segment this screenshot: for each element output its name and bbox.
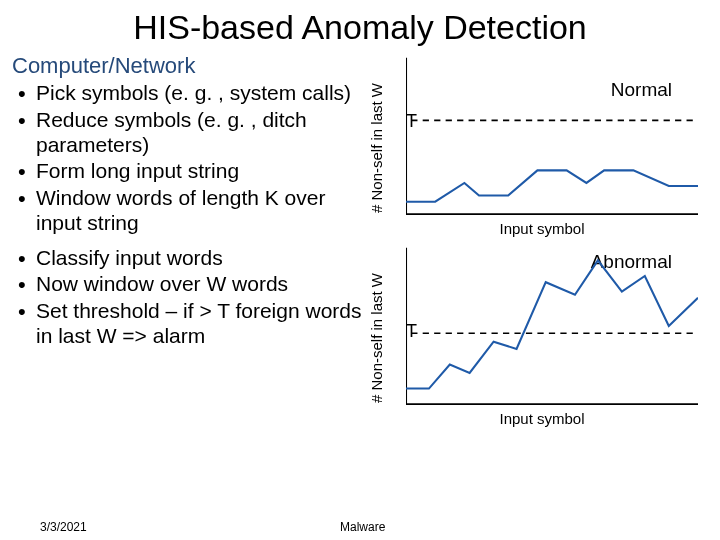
y-axis-label: # Non-self in last W <box>368 83 385 213</box>
right-column: # Non-self in last W Normal T Input symb… <box>382 53 702 433</box>
bullet-list-b: Classify input words Now window over W w… <box>12 246 376 349</box>
footer: 3/3/2021 Malware <box>40 520 720 534</box>
list-item: Form long input string <box>12 159 376 184</box>
y-axis-label: # Non-self in last W <box>368 273 385 403</box>
chart-svg <box>406 57 698 215</box>
bullet-list-a: Pick symbols (e. g. , system calls) Redu… <box>12 81 376 236</box>
left-column: Computer/Network Pick symbols (e. g. , s… <box>12 53 382 433</box>
content-row: Computer/Network Pick symbols (e. g. , s… <box>0 53 720 433</box>
x-axis-label: Input symbol <box>382 410 702 427</box>
chart-normal: # Non-self in last W Normal T Input symb… <box>382 53 702 243</box>
chart-abnormal: # Non-self in last W Abnormal T Input sy… <box>382 243 702 433</box>
x-axis-label: Input symbol <box>382 220 702 237</box>
plot-area <box>406 57 698 215</box>
footer-date: 3/3/2021 <box>40 520 340 534</box>
list-item: Set threshold – if > T foreign words in … <box>12 299 376 349</box>
footer-center: Malware <box>340 520 440 534</box>
list-item: Now window over W words <box>12 272 376 297</box>
plot-area <box>406 247 698 405</box>
subheading: Computer/Network <box>12 53 376 79</box>
slide: HIS-based Anomaly Detection Computer/Net… <box>0 0 720 540</box>
list-item: Reduce symbols (e. g. , ditch parameters… <box>12 108 376 158</box>
chart-svg <box>406 247 698 405</box>
list-item: Classify input words <box>12 246 376 271</box>
list-item: Window words of length K over input stri… <box>12 186 376 236</box>
list-item: Pick symbols (e. g. , system calls) <box>12 81 376 106</box>
page-title: HIS-based Anomaly Detection <box>0 0 720 53</box>
